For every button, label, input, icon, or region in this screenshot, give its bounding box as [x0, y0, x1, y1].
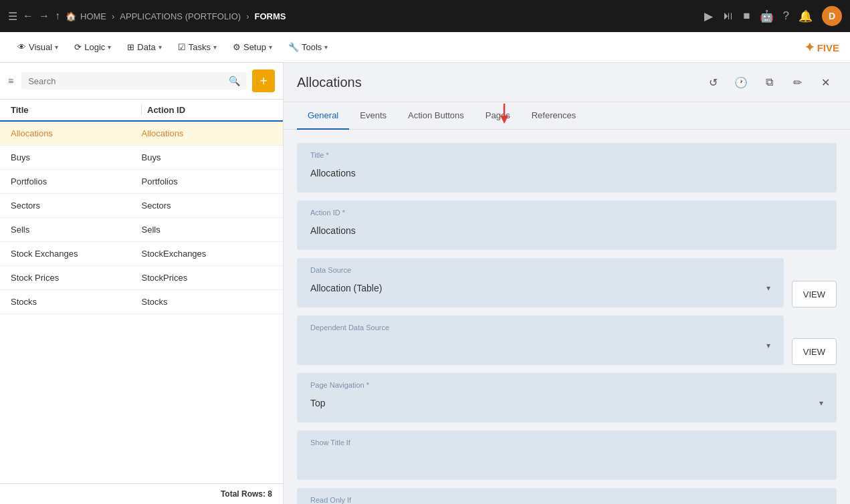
table-row[interactable]: Allocations Allocations [0, 122, 283, 146]
up-icon[interactable]: ↑ [55, 10, 60, 22]
filter-icon[interactable]: ≡ [8, 76, 13, 86]
nav-tasks[interactable]: ☑ Tasks ▾ [171, 38, 223, 56]
breadcrumb-current[interactable]: FORMS [255, 11, 286, 21]
dependent-data-source-view-button[interactable]: VIEW [792, 338, 837, 365]
row-title: Stocks [11, 297, 142, 307]
tab-references[interactable]: References [521, 102, 587, 130]
data-source-view-button[interactable]: VIEW [792, 281, 837, 307]
action-id-container: Action ID * [297, 201, 837, 250]
show-title-input[interactable] [304, 448, 830, 475]
help-icon[interactable]: ? [783, 9, 789, 23]
arrow-annotation [498, 104, 511, 124]
action-id-input[interactable] [304, 218, 830, 245]
visual-arrow: ▾ [55, 43, 58, 51]
table-row[interactable]: Sells Sells [0, 218, 283, 242]
data-label: Data [137, 42, 155, 52]
back-icon[interactable]: ← [23, 10, 33, 22]
table-row[interactable]: Stocks Stocks [0, 290, 283, 314]
table-body: Allocations Allocations Buys Buys Portfo… [0, 122, 283, 483]
content-header: Allocations ↺ 🕐 ⧉ ✏ ✕ [284, 63, 850, 102]
data-source-dropdown[interactable]: Allocation (Table) ▾ [304, 275, 777, 302]
search-icon[interactable]: 🔍 [229, 76, 240, 86]
page-navigation-dropdown[interactable]: Top ▾ [304, 390, 830, 417]
data-source-container: Data Source Allocation (Table) ▾ [297, 258, 784, 307]
dependent-data-source-dropdown[interactable]: ▾ [304, 333, 777, 360]
row-action-id: Portfolios [142, 176, 273, 186]
tasks-icon: ☑ [178, 42, 186, 52]
secondbar: 👁 Visual ▾ ⟳ Logic ▾ ⊞ Data ▾ ☑ Tasks ▾ … [0, 32, 850, 63]
read-only-container: Read Only If [297, 488, 837, 504]
edit-button[interactable]: ✏ [786, 71, 809, 94]
tab-general[interactable]: General [297, 102, 349, 130]
undo-button[interactable]: ↺ [702, 71, 724, 94]
nav-tools[interactable]: 🔧 Tools ▾ [282, 38, 334, 56]
row-action-id: Stocks [142, 297, 273, 307]
nav-visual[interactable]: 👁 Visual ▾ [11, 38, 65, 56]
data-icon: ⊞ [127, 42, 134, 52]
stop-icon[interactable]: ■ [743, 9, 750, 23]
row-action-id: Sells [142, 225, 273, 235]
content-title: Allocations [297, 75, 362, 90]
play-icon[interactable]: ▶ [704, 9, 713, 23]
read-only-field-group: Read Only If [297, 488, 837, 504]
nav-setup[interactable]: ⚙ Setup ▾ [226, 38, 279, 56]
breadcrumb-app[interactable]: APPLICATIONS (PORTFOLIO) [120, 11, 241, 21]
content-panel: Allocations ↺ 🕐 ⧉ ✏ ✕ General Events Act… [284, 63, 850, 504]
title-input[interactable] [304, 160, 830, 187]
topbar: ☰ ← → ↑ 🏠 HOME › APPLICATIONS (PORTFOLIO… [0, 0, 850, 32]
logic-icon: ⟳ [74, 42, 82, 52]
topbar-right: ▶ ⏯ ■ 🤖 ? 🔔 D [704, 6, 842, 26]
data-arrow: ▾ [158, 43, 162, 51]
action-id-field-group: Action ID * [297, 201, 837, 250]
svg-marker-1 [500, 116, 508, 124]
nav-data[interactable]: ⊞ Data ▾ [120, 38, 168, 56]
search-input[interactable] [28, 76, 225, 86]
tab-action-buttons[interactable]: Action Buttons [397, 102, 475, 130]
total-rows: Total Rows: 8 [221, 489, 272, 499]
nav-logic[interactable]: ⟳ Logic ▾ [68, 38, 118, 56]
table-row[interactable]: Sectors Sectors [0, 194, 283, 218]
red-arrow-icon [498, 104, 511, 124]
table-row[interactable]: Stock Prices StockPrices [0, 266, 283, 290]
col-divider [141, 105, 142, 115]
dropdown-arrow-icon: ▾ [766, 283, 770, 293]
avatar[interactable]: D [822, 6, 842, 26]
menu-icon[interactable]: ☰ [8, 10, 17, 23]
col-title-header: Title [11, 105, 136, 115]
home-icon: 🏠 [66, 11, 76, 21]
tools-icon: 🔧 [288, 42, 299, 52]
dependent-data-source-container: Dependent Data Source ▾ [297, 316, 784, 365]
tab-events[interactable]: Events [349, 102, 397, 130]
row-action-id: StockPrices [142, 273, 273, 283]
close-button[interactable]: ✕ [814, 71, 837, 94]
dependent-data-source-field: Dependent Data Source ▾ VIEW [297, 316, 837, 365]
data-source-value: Allocation (Table) [310, 283, 382, 293]
setup-arrow: ▾ [269, 43, 272, 51]
logo-text: FIVE [817, 42, 839, 53]
forward-icon[interactable]: → [39, 10, 49, 22]
page-navigation-field-group: Page Navigation * Top ▾ [297, 373, 837, 422]
data-source-group: Data Source Allocation (Table) ▾ [297, 258, 784, 307]
robot-icon[interactable]: 🤖 [760, 9, 774, 23]
setup-label: Setup [243, 42, 266, 52]
copy-button[interactable]: ⧉ [758, 71, 780, 94]
table-row[interactable]: Buys Buys [0, 146, 283, 170]
tools-arrow: ▾ [324, 43, 328, 51]
form-area: Title * Action ID * Data Source Alloca [284, 130, 850, 504]
title-label: Title * [304, 147, 830, 160]
main-layout: ≡ 🔍 + Title Action ID Allocations Alloca… [0, 63, 850, 504]
data-source-field: Data Source Allocation (Table) ▾ VIEW [297, 258, 837, 307]
page-navigation-value: Top [310, 398, 326, 408]
dependent-data-source-label: Dependent Data Source [304, 320, 777, 333]
play2-icon[interactable]: ⏯ [722, 9, 734, 23]
page-nav-dropdown-arrow-icon: ▾ [819, 398, 823, 408]
history-button[interactable]: 🕐 [730, 71, 752, 94]
visual-label: Visual [29, 42, 52, 52]
breadcrumb-sep2: › [246, 11, 249, 21]
table-row[interactable]: Portfolios Portfolios [0, 170, 283, 194]
home-label[interactable]: HOME [80, 11, 106, 21]
table-row[interactable]: Stock Exchanges StockExchanges [0, 242, 283, 266]
add-button[interactable]: + [252, 70, 275, 92]
logic-label: Logic [84, 42, 105, 52]
bell-icon[interactable]: 🔔 [799, 9, 813, 23]
